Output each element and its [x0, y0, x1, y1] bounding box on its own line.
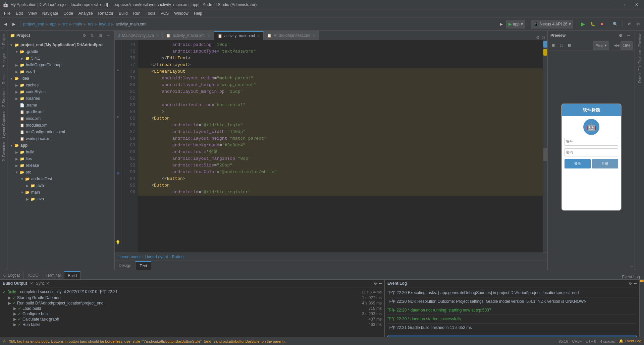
tree-item-gradle-xml[interactable]: 📋 gradle.xml	[7, 109, 114, 115]
tab-design[interactable]: Design	[115, 261, 136, 270]
search-button[interactable]: 🔍	[611, 19, 620, 29]
scroll-gutter[interactable]	[543, 40, 547, 253]
preview-both-btn[interactable]: ⊟	[566, 41, 573, 50]
maximize-button[interactable]: □	[621, 1, 631, 8]
menu-edit[interactable]: Edit	[13, 9, 25, 17]
tree-item-runconfig-xml[interactable]: 📋 runConfigurations.xml	[7, 129, 114, 135]
tab-close-main3xml[interactable]: ✕	[208, 33, 211, 38]
build-item-main[interactable]: ✓ Build: completed successfully at 2022/…	[3, 289, 382, 295]
tree-item-app[interactable]: ▼ 📂 app	[7, 142, 114, 149]
panel-label-resource[interactable]: Resource Manager	[1, 52, 6, 86]
menu-refactor[interactable]: Refactor	[96, 9, 116, 17]
tree-item-vcs[interactable]: ▶ 📁 vcs-1	[7, 68, 114, 75]
menu-view[interactable]: View	[25, 9, 40, 17]
editor-split-icon[interactable]: □	[542, 35, 545, 40]
tab-activity-main3-xml[interactable]: 📋 activity_main3.xml ✕	[163, 31, 214, 40]
bc-main[interactable]: main	[73, 22, 82, 26]
line-separator[interactable]: CRLF	[572, 339, 582, 343]
bottom-tab-terminal[interactable]: Terminal	[42, 271, 64, 279]
toolbar-run-btn[interactable]: ▶	[498, 19, 505, 29]
menu-window[interactable]: Window	[171, 9, 191, 17]
bc-src[interactable]: src	[62, 22, 68, 26]
tree-item-root[interactable]: ▼ 📁 project_end [My Application] D:\Adri…	[7, 42, 114, 48]
code-editor[interactable]: ▼ ▼ 💡 74	[115, 40, 547, 253]
tree-item-misc-xml[interactable]: 📋 misc.xml	[7, 115, 114, 122]
sync-button[interactable]: ↺	[626, 19, 633, 29]
close-button[interactable]: ✕	[632, 1, 641, 8]
code-content[interactable]: android:padding="10dp" android:inputType…	[138, 40, 543, 253]
right-panel-preview[interactable]: Preview	[637, 32, 642, 48]
bc-project[interactable]: project_end	[23, 22, 44, 26]
panel-close-btn[interactable]: ─	[105, 32, 112, 39]
event-log-label[interactable]: Event Log	[621, 275, 641, 279]
panel-label-captures[interactable]: Layout Captures	[1, 110, 6, 139]
tab-close-mainxml[interactable]: ✕	[257, 34, 260, 38]
event-minimize-icon[interactable]: ─	[634, 281, 637, 286]
menu-code[interactable]: Code	[61, 9, 76, 17]
bc-ll1[interactable]: LinearLayout	[117, 255, 141, 259]
bottom-tab-todo[interactable]: TODO	[23, 271, 42, 279]
menu-help[interactable]: Help	[191, 9, 205, 17]
menu-tools[interactable]: Tools	[143, 9, 158, 17]
preview-design-btn[interactable]: ⊞	[550, 41, 557, 50]
zoom-selector[interactable]: 19%	[621, 41, 633, 50]
device-type-selector[interactable]: Pixel ▾	[593, 41, 609, 50]
build-settings-icon[interactable]: ⚙	[374, 281, 377, 286]
tree-item-libs[interactable]: ▶ 📁 libs	[7, 155, 114, 162]
stop-button[interactable]: ■	[599, 19, 605, 29]
bottom-tab-logcat[interactable]: 6: Logcat	[0, 271, 23, 279]
tree-item-buildoutput[interactable]: ▶ 📁 buildOutputCleanup	[7, 62, 114, 68]
panel-settings-btn[interactable]: ⊞	[97, 32, 104, 39]
bottom-tab-build[interactable]: Build	[64, 271, 80, 279]
back-button[interactable]: ◀	[2, 19, 9, 29]
tree-item-androidtest-java[interactable]: ▶ 📁 java	[7, 182, 114, 189]
run-button[interactable]: ▶	[579, 19, 587, 29]
right-panel-device[interactable]: Device File Explorer	[637, 49, 642, 84]
preview-minimize-icon[interactable]: ─	[625, 32, 632, 39]
tab-main3activity[interactable]: J Main3Activity.java ✕	[115, 31, 163, 40]
sync-label[interactable]: Sync	[36, 281, 45, 286]
tab-close-main3[interactable]: ✕	[156, 33, 159, 38]
bc-file[interactable]: activity_main.xml	[115, 22, 146, 26]
build-run-item[interactable]: ▶ ✓ Run build D:\Adriod\project_location…	[8, 300, 382, 306]
cursor-position[interactable]: 95:16	[559, 339, 568, 343]
tree-item-src[interactable]: ▼ 📂 src	[7, 169, 114, 176]
tree-item-dotname[interactable]: 📄 .name	[7, 102, 114, 109]
forward-button[interactable]: ▶	[10, 19, 17, 29]
tree-item-caches[interactable]: ▶ 📁 caches	[7, 82, 114, 88]
bc-button[interactable]: Button	[172, 255, 184, 259]
tree-item-modules-xml[interactable]: 📋 modules.xml	[7, 122, 114, 129]
encoding[interactable]: UTF-8	[586, 339, 596, 343]
event-settings-icon[interactable]: ⚙	[629, 281, 632, 286]
event-log-btn[interactable]: 🔔 Event Log	[619, 339, 641, 343]
build-minimize-icon[interactable]: ─	[379, 281, 382, 286]
tree-item-codestyles[interactable]: ▶ 📁 codeStyles	[7, 88, 114, 95]
tree-item-androidtest[interactable]: ▼ 📂 androidTest	[7, 176, 114, 182]
menu-run[interactable]: Run	[130, 9, 143, 17]
tree-item-build[interactable]: ▶ 📁 build	[7, 149, 114, 155]
tree-item-workspace-xml[interactable]: 📋 workspace.xml	[7, 135, 114, 142]
panel-gear-btn[interactable]: ⚙	[81, 32, 88, 39]
tree-item-libraries[interactable]: ▶ 📁 libraries	[7, 95, 114, 102]
editor-settings-icon[interactable]: ⚙	[536, 35, 540, 40]
bc-app[interactable]: app	[50, 22, 57, 26]
menu-vcs[interactable]: VCS	[158, 9, 172, 17]
panel-label-favorites[interactable]: 2: Favorites	[1, 141, 6, 162]
menu-file[interactable]: File	[1, 9, 13, 17]
debug-button[interactable]: 🐛	[588, 19, 597, 29]
tab-text[interactable]: Text	[136, 261, 151, 270]
panel-label-project[interactable]: 1: Project	[1, 32, 6, 50]
menu-analyze[interactable]: Analyze	[76, 9, 96, 17]
bc-res[interactable]: res	[88, 22, 94, 26]
preview-arrow-left[interactable]: ◀◀	[614, 43, 619, 48]
tree-item-main[interactable]: ▼ 📂 main	[7, 189, 114, 196]
run-config-selector[interactable]: ▶ app ▾	[506, 20, 525, 28]
tree-item-gradle[interactable]: ▼ 📂 .gradle	[7, 48, 114, 55]
preview-settings-icon[interactable]: ⚙	[617, 32, 624, 39]
tree-item-release[interactable]: ▶ 📁 release	[7, 162, 114, 169]
indent[interactable]: 4 spaces	[600, 339, 615, 343]
panel-expand-btn[interactable]: ⇅	[89, 32, 96, 39]
tree-item-main-java[interactable]: ▶ 📁 java	[7, 196, 114, 202]
settings-button[interactable]: ⚙	[634, 19, 642, 29]
device-selector[interactable]: 📱 Nexus 4 API 26 ▾	[531, 20, 573, 28]
